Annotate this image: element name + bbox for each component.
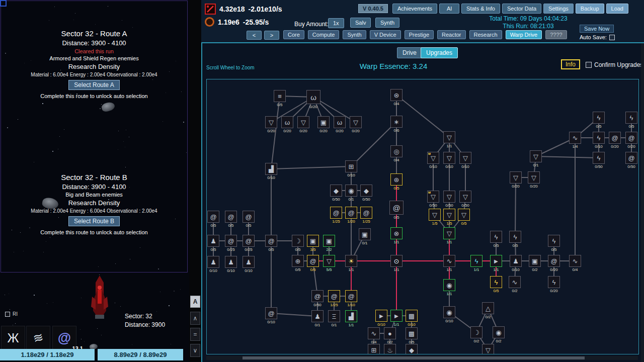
upgrade-node[interactable]: ▽0/20 xyxy=(292,116,314,133)
info-button[interactable]: Info xyxy=(561,59,580,69)
upgrade-node[interactable]: ϟ0/5 xyxy=(504,231,526,248)
upgrade-node[interactable]: @1/25 xyxy=(355,207,377,224)
upgrade-node[interactable]: ▽0/5 xyxy=(453,209,475,226)
upgrade-tree-viewport[interactable]: ≡0/5ω0/20⊛0/4▽0/20ω0/20▽0/20▣0/20ω0/20▽0… xyxy=(206,79,639,354)
upgrade-node[interactable]: ◉1/1 xyxy=(438,279,460,296)
upgrade-node[interactable]: ◎0/4 xyxy=(385,145,408,162)
upgrade-node[interactable]: ⊞0/10 xyxy=(340,160,362,177)
upgrade-node[interactable]: ▣0/1 xyxy=(354,228,376,245)
upgrade-node[interactable]: ►1/1 xyxy=(485,255,507,272)
backup-button[interactable]: Backup xyxy=(576,4,604,14)
buy-amount-button[interactable]: 1x xyxy=(328,18,344,28)
upgrade-node[interactable]: ●0/2 xyxy=(379,327,401,344)
upgrade-node[interactable]: ▣2/2 xyxy=(318,235,340,252)
select-route-a-button[interactable]: Select Route A xyxy=(68,80,119,90)
upgrade-node[interactable]: @0/20 xyxy=(543,255,565,272)
tab-compute[interactable]: Compute xyxy=(308,30,340,39)
upgrade-node[interactable]: ♨0/2 xyxy=(379,344,401,354)
loadout-slot-3[interactable]: @ 13.1 xyxy=(52,326,76,350)
upgrade-node[interactable]: ω0/20 xyxy=(302,90,325,109)
upgrade-node[interactable]: @0/10 xyxy=(260,307,282,324)
horizontal-scrollbar-thumb[interactable] xyxy=(243,356,585,359)
synth-button[interactable]: Synth xyxy=(375,18,399,28)
upgrade-node[interactable]: ▽1/1 xyxy=(438,227,460,244)
tab-unknown[interactable]: ???? xyxy=(545,30,567,39)
tab-prestige[interactable]: Prestige xyxy=(405,30,434,39)
tab-research[interactable]: Research xyxy=(469,30,502,39)
upgrade-node[interactable]: ▽0/2 xyxy=(477,344,499,354)
upgrade-node[interactable]: ▽0/20 xyxy=(345,116,367,133)
upgrade-node[interactable]: ◆0/5 xyxy=(400,344,423,354)
ri-checkbox[interactable] xyxy=(5,312,10,317)
upgrade-node[interactable]: @0/5 xyxy=(385,201,408,220)
tab-synth[interactable]: Synth xyxy=(343,30,366,39)
upgrade-node[interactable]: ▟1/1 xyxy=(340,310,362,327)
tab-warp-drive[interactable]: Warp Drive xyxy=(506,30,542,39)
divider-down-button[interactable]: ∨ xyxy=(190,344,200,357)
upgrade-node[interactable]: @0/5 xyxy=(237,211,260,228)
upgrade-node[interactable]: ∗0/6 xyxy=(385,116,408,133)
divider-a-button[interactable]: A xyxy=(190,296,200,308)
upgrade-node[interactable]: ⊙1/1 xyxy=(385,255,408,272)
upgrade-node[interactable]: ♟0/10 xyxy=(237,256,260,273)
save-now-button[interactable]: Save Now xyxy=(580,25,614,33)
tab-v-device[interactable]: V Device xyxy=(370,30,401,39)
upgrade-node[interactable]: ⊗1/1 xyxy=(385,227,408,244)
upgrade-node[interactable]: ∿0/2 xyxy=(504,276,526,293)
upgrade-node[interactable]: ≡0/5 xyxy=(269,90,291,107)
horizontal-scrollbar[interactable] xyxy=(206,356,638,360)
upgrade-node[interactable]: ⊛0/5 xyxy=(385,173,408,191)
upgrade-node[interactable]: ϟ0/5 xyxy=(588,112,610,129)
next-tab-button[interactable]: > xyxy=(264,31,279,40)
upgrade-node[interactable]: ∿0/4 xyxy=(564,255,586,272)
upgrade-node[interactable]: ϟ1/1 xyxy=(465,255,488,272)
upgrade-node[interactable]: ☽0/2 xyxy=(465,326,488,343)
upgrade-node[interactable]: @0/25 xyxy=(237,235,260,252)
upgrade-node[interactable]: ▽0/20 xyxy=(523,171,545,189)
upgrade-node[interactable]: ▩0/10 xyxy=(400,310,423,327)
select-route-b-button[interactable]: Select Route B xyxy=(68,216,120,226)
upgrade-node[interactable]: ◆0/50 xyxy=(355,185,377,202)
upgrade-node[interactable]: ϟ0/5 xyxy=(543,235,565,252)
upgrade-node[interactable]: ϟ0/20 xyxy=(543,276,565,293)
upgrade-node[interactable]: ☀1/1 xyxy=(340,255,362,272)
loadout-slot-1[interactable]: Ж xyxy=(1,326,25,350)
prev-tab-button[interactable]: < xyxy=(247,31,262,40)
nav-ai-button[interactable]: AI xyxy=(439,4,459,14)
upgrade-node[interactable]: ∿1/1 xyxy=(438,255,460,272)
upgrade-node[interactable]: ϟ0/50 xyxy=(588,152,610,169)
upgrade-node[interactable]: ϟ0/5 xyxy=(620,112,639,129)
salv-button[interactable]: Salv xyxy=(350,18,371,28)
load-button[interactable]: Load xyxy=(606,4,628,14)
upgrade-node[interactable]: ▽0/10 xyxy=(454,152,476,169)
warp-drive-tab-upgrades[interactable]: Upgrades xyxy=(421,47,458,58)
divider-menu-button[interactable]: = xyxy=(190,328,200,341)
nav-settings-button[interactable]: Settings xyxy=(543,4,574,14)
nav-stats-info-button[interactable]: Stats & Info xyxy=(461,4,500,14)
upgrade-node[interactable]: △0/2 xyxy=(477,302,499,319)
upgrade-node[interactable]: @1/10 xyxy=(340,290,362,307)
upgrade-node[interactable]: ▟0/10 xyxy=(260,163,282,180)
upgrade-node[interactable]: ⊛0/4 xyxy=(385,89,408,106)
confirm-upgrades-checkbox[interactable] xyxy=(586,62,592,68)
nav-achievements-button[interactable]: Achievements xyxy=(392,4,437,14)
auto-save-checkbox[interactable] xyxy=(609,35,615,40)
upgrade-node[interactable]: ▽0/50 xyxy=(454,191,476,208)
tab-reactor[interactable]: Reactor xyxy=(437,30,466,39)
upgrade-node[interactable]: @0/50 xyxy=(620,152,639,169)
ri-toggle[interactable]: RI xyxy=(5,311,18,317)
upgrade-node[interactable]: ▽0/1 xyxy=(525,150,547,167)
nav-sector-data-button[interactable]: Sector Data xyxy=(502,4,541,14)
upgrade-node[interactable]: ∿1/4 xyxy=(564,132,586,149)
upgrade-node[interactable]: ◉0/2 xyxy=(488,326,510,343)
upgrade-node[interactable]: ▽5/5 xyxy=(318,255,340,272)
loadout-slot-2[interactable]: ≋ xyxy=(26,326,50,350)
upgrade-node[interactable]: ▽1/1 xyxy=(438,131,460,148)
divider-up-button[interactable]: ∧ xyxy=(190,312,200,325)
warp-drive-tab-drive[interactable]: Drive xyxy=(397,47,422,58)
tab-core[interactable]: Core xyxy=(283,30,304,39)
upgrade-node[interactable]: ◉0/10 xyxy=(438,306,460,323)
upgrade-node[interactable]: @0/5 xyxy=(260,235,282,252)
upgrade-node[interactable]: @0/20 xyxy=(620,132,639,149)
upgrade-node[interactable]: ▩0/5 xyxy=(400,327,423,344)
